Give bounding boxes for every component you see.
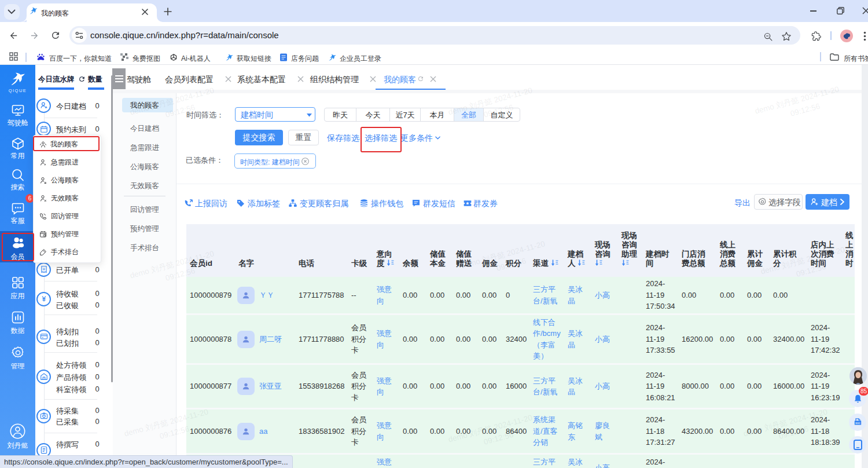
svg-text:DOC: DOC <box>855 422 860 425</box>
